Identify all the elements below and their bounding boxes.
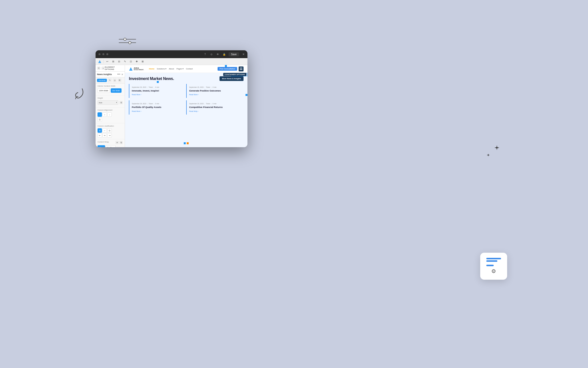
undo-icon[interactable]: ↩ — [105, 59, 110, 64]
nav-home[interactable]: Home — [149, 68, 154, 70]
layout-icon[interactable]: ⊡ — [129, 59, 133, 64]
news-item-title-1: Innovate, Invest, Inspire! — [132, 89, 183, 92]
nav-contact[interactable]: Contact — [186, 68, 193, 70]
lp-list-icon[interactable]: ≡ — [101, 66, 105, 70]
floating-settings-card: ⚙ — [480, 253, 507, 280]
wrap-link-icon[interactable]: ⛓ — [119, 141, 123, 144]
column-justification-label: Column Justification — [98, 125, 123, 127]
close-button[interactable]: × — [243, 52, 245, 56]
height-section: Height Auto ▾ ⛓ — [96, 95, 125, 107]
panel-dots-menu[interactable]: ••• — [117, 73, 120, 76]
col-justify-row1: ⊟ ↔ ⊡ — [98, 128, 123, 133]
justify-start-btn[interactable]: ⊟ — [98, 128, 102, 133]
tab-link-icon[interactable]: ⛓ — [118, 78, 122, 82]
wrap-btn[interactable]: Wrap — [98, 145, 105, 147]
tab-responsive-icon[interactable]: ◎ — [113, 78, 117, 82]
tab-style-icon[interactable]: ✎ — [108, 78, 112, 82]
more-icon[interactable]: ⊠ — [140, 59, 145, 64]
read-more-link-2[interactable]: Read More › — [189, 94, 240, 95]
nav-about[interactable]: About — [169, 68, 174, 70]
news-item-title-4: Competitive Financial Returns — [189, 106, 240, 109]
more-news-button[interactable]: More News & Insights — [220, 76, 244, 81]
news-item-3: September 29, 2023 | Ticker | 0 min Port… — [129, 100, 186, 114]
wrap-eye-icon[interactable]: 👁 — [115, 141, 119, 144]
read-more-link-3[interactable]: Read More › — [132, 110, 183, 112]
align-stretch-btn[interactable]: ⁅⁆ — [98, 117, 102, 122]
column-alignment-buttons: ↑ ↕ ↓ — [98, 112, 123, 117]
news-item-4: September 29, 2023 | Ticker | 0 min Comp… — [186, 100, 244, 114]
justify-center-btn[interactable]: ↔ — [102, 128, 107, 133]
lock-icon[interactable]: 🔒 — [222, 52, 226, 56]
browser-dot-2 — [102, 53, 104, 55]
option-site-width[interactable]: Site Width — [111, 88, 122, 93]
help-icon[interactable]: ? — [203, 52, 207, 56]
sliders-decoration — [119, 37, 136, 45]
preview-icon[interactable]: ⊙ — [209, 52, 213, 56]
news-insights-title: News Insights — [97, 73, 112, 76]
site-logo-text: AVIKA INVESTMENT. — [134, 67, 144, 71]
free-consultation-button[interactable]: Free Consultation — [218, 67, 237, 71]
height-label: Height — [98, 97, 123, 99]
preview-area: AVIKA INVESTMENT. Home Solutions ▾ About… — [125, 65, 247, 147]
align-bottom-btn[interactable]: ↓ — [107, 112, 112, 117]
read-more-link-4[interactable]: Read Moly › — [189, 110, 240, 112]
news-section: Investment Market News. More News & Insi… — [125, 73, 247, 147]
height-select[interactable]: Auto ▾ — [98, 100, 118, 105]
justify-end-btn[interactable]: ⊡ — [107, 128, 112, 133]
settings-icon[interactable]: ⊟ — [117, 59, 121, 64]
align-top-btn[interactable]: ↑ — [98, 112, 102, 117]
news-item-1: September 29, 2023 | Ticker | 0 min Inno… — [129, 84, 186, 98]
avika-logo-icon[interactable] — [98, 59, 102, 64]
edit-handle-news-tl — [157, 81, 159, 83]
browser-dot-3 — [106, 53, 108, 55]
edit-icon[interactable]: ✎ — [123, 59, 127, 64]
builder-toolbar: ↩ ⊞ ⊟ ✎ ⊡ ✚ ⊠ — [96, 58, 247, 65]
save-button[interactable]: Save — [229, 52, 239, 56]
lp-grid-icon[interactable]: ⊟ — [97, 66, 100, 70]
read-more-link-1[interactable]: Read More › — [132, 94, 183, 95]
bottom-handle-orange — [187, 142, 189, 144]
news-meta-3: September 29, 2023 | Ticker | 0 min — [132, 103, 183, 105]
svg-point-3 — [129, 41, 131, 44]
height-link-icon[interactable]: ⛓ — [119, 101, 123, 104]
justify-space-start-btn[interactable]: ⇤ — [98, 133, 102, 138]
panel-close-icon[interactable]: ✕ — [121, 73, 123, 76]
add-icon[interactable]: ✚ — [135, 59, 139, 64]
tab-general[interactable]: General — [97, 79, 107, 82]
eye-icon[interactable]: 👁 — [216, 52, 220, 56]
star-large-decoration — [494, 145, 500, 151]
news-item-title-2: Generate Positive Outcomes — [189, 89, 240, 92]
justify-space-end-btn[interactable]: ⇥ — [107, 133, 112, 138]
content-wrap-toggle: Wrap No Wrap — [98, 145, 123, 147]
hamburger-line-2 — [240, 69, 242, 69]
no-wrap-btn[interactable]: No Wrap — [106, 145, 116, 147]
edit-handle-right — [245, 94, 247, 96]
builder-main: ⊟ ≡ Element Options News Insights ••• ✕ … — [96, 65, 247, 147]
browser-toolbar-icons: ? ⊙ 👁 🔒 Save × — [203, 52, 245, 56]
content-wrap-section: Content Wrap 👁 ⛓ Wrap No Wrap — [96, 139, 125, 147]
justify-space-between-btn[interactable]: ⇔ — [102, 133, 107, 138]
align-center-btn[interactable]: ↕ — [102, 112, 107, 117]
card-line-3 — [486, 265, 494, 266]
curl-decoration — [70, 86, 87, 105]
element-options-label: Element Options — [105, 66, 123, 70]
svg-point-1 — [124, 38, 126, 40]
nav-solutions[interactable]: Solutions ▾ — [157, 68, 166, 70]
news-meta-1: September 29, 2023 | Ticker | 0 min — [132, 86, 183, 88]
panel-tabs: General ✎ ◎ ⛓ — [96, 77, 125, 83]
nav-pages[interactable]: Pages ▾ — [176, 68, 184, 70]
container-options-tooltip: CONTAINER Options — [223, 73, 246, 76]
hamburger-menu[interactable] — [239, 66, 244, 71]
hamburger-line-3 — [240, 69, 242, 70]
browser-window: ? ⊙ 👁 🔒 Save × ↩ ⊞ ⊟ ✎ ⊡ ✚ ⊠ ⊟ — [96, 50, 247, 147]
news-header-row: Investment Market News. More News & Insi… — [129, 76, 244, 81]
column-alignment-section: Column Alignment ↑ ↕ ↓ ⁅⁆ — [96, 107, 125, 123]
option-100-width[interactable]: 100% Width — [98, 88, 110, 93]
star-small-decoration — [487, 153, 490, 157]
left-panel: ⊟ ≡ Element Options News Insights ••• ✕ … — [96, 65, 125, 147]
history-icon[interactable]: ⊞ — [111, 59, 115, 64]
bottom-handles — [184, 142, 189, 144]
card-lines — [486, 258, 501, 266]
site-logo: AVIKA INVESTMENT. — [129, 67, 144, 71]
card-line-1 — [486, 258, 501, 259]
